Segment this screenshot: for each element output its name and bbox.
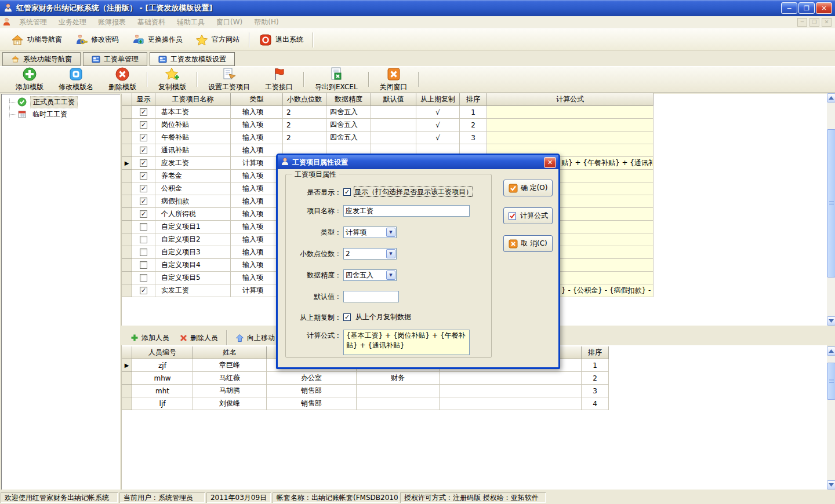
menu-item[interactable]: 基础资料 [132, 18, 171, 26]
cell-name[interactable]: 自定义项目2 [155, 233, 231, 246]
default-value-input[interactable] [343, 291, 399, 302]
column-header-工资项目名称[interactable]: 工资项目名称 [155, 93, 231, 106]
column-header-人员编号[interactable]: 人员编号 [132, 346, 193, 359]
chevron-down-icon[interactable]: ▼ [386, 271, 395, 280]
ok-button[interactable]: 确 定(O) [503, 180, 553, 196]
scroll-up-icon[interactable] [827, 346, 835, 356]
column-header-小数点位数[interactable]: 小数点位数 [283, 93, 326, 106]
cancel-button[interactable]: 取 消(C) [503, 235, 553, 252]
cell-type[interactable]: 输入项 [231, 119, 283, 132]
row-selector[interactable] [122, 259, 132, 272]
添加人员-button[interactable]: 添加人员 [125, 332, 175, 344]
cell-type[interactable]: 计算项 [231, 157, 283, 170]
cell-show[interactable]: ✓ [132, 157, 155, 170]
scrollbar-thumb[interactable] [827, 363, 835, 400]
cell-type[interactable]: 输入项 [231, 272, 283, 284]
cell-show[interactable] [132, 246, 155, 259]
cell-show[interactable] [132, 233, 155, 246]
row-selector[interactable] [122, 208, 132, 221]
cell-formula[interactable] [487, 132, 654, 144]
show-checkbox-label[interactable]: 显示（打勾选择是否显示该工资项目） [354, 187, 473, 196]
cell-name[interactable]: 自定义项目3 [155, 246, 231, 259]
cell-type[interactable]: 输入项 [231, 170, 283, 182]
menu-item[interactable]: 辅助工具 [171, 18, 210, 26]
修改密码-button[interactable]: 修改密码 [68, 31, 125, 49]
关闭窗口-button[interactable]: 关闭窗口 [372, 66, 415, 93]
cell-name[interactable]: 实发工资 [155, 284, 231, 297]
formula-textarea[interactable]: {基本工资} + {岗位补贴} + {午餐补贴} + {通讯补贴} [343, 330, 470, 355]
cell-type[interactable]: 输入项 [231, 259, 283, 272]
decimals-select[interactable]: 2 ▼ [343, 248, 397, 260]
column-header-计算公式[interactable]: 计算公式 [487, 93, 654, 106]
复制模版-button[interactable]: 复制模版 [151, 66, 194, 93]
cell-name[interactable]: 公积金 [155, 182, 231, 195]
menu-item[interactable]: 业务处理 [53, 18, 92, 26]
tree-item-正式员工工资[interactable]: 正式员工工资 [17, 96, 78, 108]
cell-person-code[interactable]: mht [132, 385, 193, 397]
cell-copy-previous[interactable]: √ [416, 132, 460, 144]
maximize-button[interactable]: ❐ [798, 2, 815, 14]
tree-item-临时工工资[interactable]: 临时工工资 [17, 108, 70, 120]
cell-show[interactable] [132, 259, 155, 272]
cell-name[interactable]: 基本工资 [155, 106, 231, 119]
cell-show[interactable]: ✓ [132, 144, 155, 157]
row-selector[interactable] [122, 233, 132, 246]
cell-person-name[interactable]: 马胡腾 [193, 385, 267, 397]
column-header-类型[interactable]: 类型 [231, 93, 283, 106]
tab-工资发放模版设置[interactable]: 工资发放模版设置 [150, 52, 235, 66]
person-scrollbar[interactable] [827, 346, 835, 490]
cell-department[interactable]: 销售部 [267, 385, 357, 397]
type-select[interactable]: 计算项 ▼ [343, 227, 397, 238]
chevron-down-icon[interactable]: ▼ [386, 228, 395, 237]
menu-item[interactable]: 窗口(W) [210, 18, 248, 26]
row-selector[interactable] [122, 132, 132, 144]
copy-previous-checkbox-label[interactable]: 从上个月复制数据 [355, 312, 411, 322]
row-selector[interactable] [122, 385, 132, 397]
工资接口-button[interactable]: 工资接口 [257, 66, 300, 93]
scrollbar-thumb[interactable] [827, 129, 835, 277]
cell-person-name[interactable]: 刘俊峰 [193, 397, 267, 410]
menu-item[interactable]: 帮助(H) [248, 18, 284, 26]
scroll-up-icon[interactable] [827, 93, 835, 103]
row-selector[interactable] [122, 272, 132, 284]
cell-type[interactable]: 输入项 [231, 221, 283, 233]
mdi-close-icon[interactable]: ✕ [822, 18, 832, 27]
formula-button[interactable]: 计算公式 [503, 207, 553, 224]
cell-show[interactable]: ✓ [132, 106, 155, 119]
cell-order[interactable]: 4 [582, 397, 609, 410]
cell-name[interactable]: 养老金 [155, 170, 231, 182]
minimize-button[interactable]: ─ [781, 2, 797, 14]
cell-order[interactable]: 2 [582, 372, 609, 385]
row-selector[interactable] [122, 221, 132, 233]
dialog-close-icon[interactable]: ✕ [544, 157, 556, 168]
删除模版-button[interactable]: 删除模版 [101, 66, 144, 93]
cell-type[interactable]: 输入项 [231, 208, 283, 221]
cell-person-name[interactable]: 章巨峰 [193, 359, 267, 372]
cell-name[interactable]: 岗位补贴 [155, 119, 231, 132]
show-checkbox[interactable]: ✓ [140, 159, 147, 167]
cell-name[interactable]: 午餐补贴 [155, 132, 231, 144]
cell-formula[interactable] [487, 119, 654, 132]
cell-name[interactable]: 应发工资 [155, 157, 231, 170]
cell-extra[interactable] [440, 385, 582, 397]
cell-name[interactable]: 自定义项目1 [155, 221, 231, 233]
cell-default[interactable] [371, 106, 416, 119]
mdi-restore-icon[interactable]: ❐ [809, 18, 819, 27]
menu-item[interactable]: 系统管理 [13, 18, 53, 26]
cell-default[interactable] [371, 132, 416, 144]
cell-person-name[interactable]: 马红薇 [193, 372, 267, 385]
row-selector[interactable] [122, 106, 132, 119]
scroll-down-icon[interactable] [827, 480, 835, 490]
row-selector[interactable] [122, 182, 132, 195]
menu-item[interactable]: 账簿报表 [92, 18, 132, 26]
cell-type[interactable]: 输入项 [231, 246, 283, 259]
cell-type[interactable]: 输入项 [231, 106, 283, 119]
row-selector[interactable]: ▶ [122, 157, 132, 170]
cell-show[interactable]: ✓ [132, 208, 155, 221]
cell-person-code[interactable]: zjf [132, 359, 193, 372]
cell-decimals[interactable]: 2 [283, 106, 326, 119]
column-header-姓名[interactable]: 姓名 [193, 346, 267, 359]
show-checkbox[interactable] [140, 261, 147, 269]
cell-person-code[interactable]: mhw [132, 372, 193, 385]
cell-copy-previous[interactable]: √ [416, 119, 460, 132]
